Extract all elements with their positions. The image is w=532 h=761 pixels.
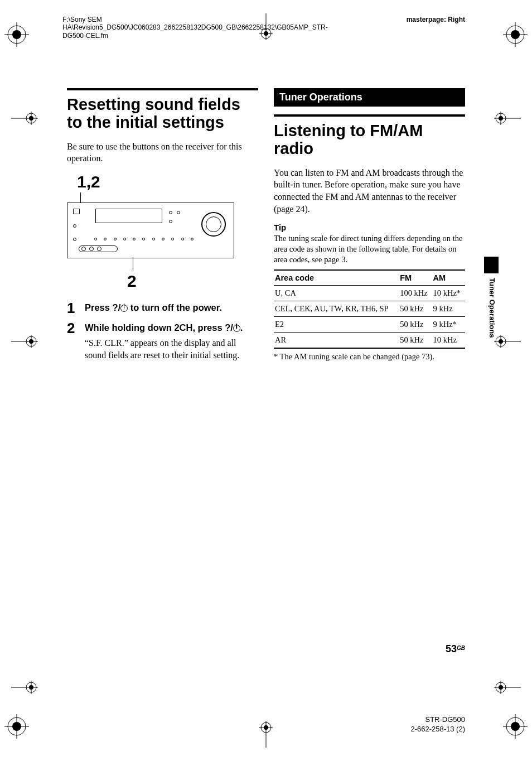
power-icon xyxy=(233,325,240,332)
table-header: Area code xyxy=(274,270,399,286)
tip-heading: Tip xyxy=(274,223,465,232)
svg-point-43 xyxy=(264,725,268,730)
figure-callout-bottom: 2 xyxy=(127,272,258,291)
frequency-table: Area code FM AM U, CA 100 kHz 10 kHz* CE… xyxy=(274,269,465,349)
registermark-icon xyxy=(259,721,273,748)
registermark-icon xyxy=(11,112,38,125)
thumb-tab-label: Tuner Operations xyxy=(488,278,496,338)
table-header-row: Area code FM AM xyxy=(274,270,465,286)
table-row: AR 50 kHz 10 kHz xyxy=(274,332,465,348)
step-title: While holding down 2CH, press ?/. xyxy=(85,322,258,334)
cropmark-icon xyxy=(4,22,29,47)
left-heading: Resetting sound fields to the initial se… xyxy=(67,96,258,132)
small-button-icon xyxy=(169,211,172,214)
io-symbol: ?/ xyxy=(225,322,233,333)
table-cell: 10 kHz xyxy=(432,332,465,348)
tip-text: The tuning scale for direct tuning diffe… xyxy=(274,233,465,265)
page-number-value: 53 xyxy=(446,643,457,654)
right-intro: You can listen to FM and AM broadcasts t… xyxy=(274,167,465,215)
cropmark-icon xyxy=(503,714,528,739)
svg-point-19 xyxy=(29,116,33,121)
registermark-icon xyxy=(494,335,521,348)
table-row: E2 50 kHz 9 kHz* xyxy=(274,316,465,332)
cropmark-icon xyxy=(4,714,29,739)
table-cell: 9 kHz xyxy=(432,301,465,316)
small-button-icon xyxy=(73,238,76,241)
rule-icon xyxy=(274,114,465,117)
left-column: Resetting sound fields to the initial se… xyxy=(67,88,258,367)
page-number: 53GB xyxy=(446,643,465,655)
figure-callout-top: 1,2 xyxy=(77,172,258,191)
left-intro: Be sure to use the buttons on the receiv… xyxy=(67,141,258,165)
receiver-illustration xyxy=(67,203,234,258)
volume-knob-icon xyxy=(201,212,226,237)
right-column: Tuner Operations Listening to FM/AM radi… xyxy=(274,88,465,367)
table-cell: E2 xyxy=(274,316,399,332)
step-title: Press ?/ to turn off the power. xyxy=(85,302,258,314)
section-banner: Tuner Operations xyxy=(274,88,465,107)
leader-line xyxy=(133,258,133,271)
svg-point-23 xyxy=(499,116,503,121)
thumb-tab xyxy=(484,257,499,273)
step-title-text: . xyxy=(240,322,243,333)
step-number: 1 xyxy=(67,301,79,315)
step-title-text: to turn off the power. xyxy=(128,302,222,312)
registermark-icon xyxy=(494,112,521,125)
table-cell: 9 kHz* xyxy=(432,316,465,332)
header-masterpage: masterpage: Right xyxy=(407,16,465,23)
step-body: Press ?/ to turn off the power. xyxy=(85,301,258,315)
small-button-icon xyxy=(73,224,76,228)
table-cell: 100 kHz xyxy=(399,285,432,301)
table-cell: U, CA xyxy=(274,285,399,301)
table-row: CEL, CEK, AU, TW, KR, TH6, SP 50 kHz 9 k… xyxy=(274,301,465,316)
svg-point-35 xyxy=(29,685,33,690)
content-area: Resetting sound fields to the initial se… xyxy=(67,88,465,694)
step-number: 2 xyxy=(67,321,79,362)
small-button-icon xyxy=(177,211,180,214)
step-title-text: Press xyxy=(85,302,113,312)
table-row: U, CA 100 kHz 10 kHz* xyxy=(274,285,465,301)
step-item: 1 Press ?/ to turn off the power. xyxy=(67,301,258,315)
display-panel-icon xyxy=(95,209,162,223)
table-cell: 50 kHz xyxy=(399,332,432,348)
table-header: AM xyxy=(432,270,465,286)
io-symbol: ?/ xyxy=(113,302,121,312)
header-filepath: F:\Sony SEM HA\Revision5_DG500\JC060283_… xyxy=(62,16,286,40)
footer-model: STR-DG500 2-662-258-13 (2) xyxy=(410,715,465,734)
power-button-icon xyxy=(73,209,80,214)
power-icon xyxy=(120,305,128,312)
step-body: While holding down 2CH, press ?/. “S.F. … xyxy=(85,321,258,362)
registermark-icon xyxy=(11,681,38,694)
rule-icon xyxy=(67,88,258,90)
footer-doc-code: 2-662-258-13 (2) xyxy=(410,725,465,734)
leader-line xyxy=(80,192,81,203)
table-cell: CEL, CEK, AU, TW, KR, TH6, SP xyxy=(274,301,399,316)
right-heading: Listening to FM/AM radio xyxy=(274,122,465,158)
registermark-icon xyxy=(11,335,38,348)
step-title-text: While holding down 2CH, press xyxy=(85,322,225,333)
cropmark-icon xyxy=(503,22,528,47)
table-cell: AR xyxy=(274,332,399,348)
registermark-icon xyxy=(494,681,521,694)
svg-point-39 xyxy=(499,685,503,690)
page-number-suffix: GB xyxy=(457,645,465,651)
footer-model-name: STR-DG500 xyxy=(410,715,465,725)
table-cell: 50 kHz xyxy=(399,316,432,332)
svg-point-27 xyxy=(29,339,33,344)
columns: Resetting sound fields to the initial se… xyxy=(67,88,465,367)
table-cell: 50 kHz xyxy=(399,301,432,316)
steps-list: 1 Press ?/ to turn off the power. 2 Whil… xyxy=(67,301,258,362)
step-item: 2 While holding down 2CH, press ?/. “S.F… xyxy=(67,321,258,362)
small-button-icon xyxy=(169,220,172,223)
table-cell: 10 kHz* xyxy=(432,285,465,301)
svg-point-31 xyxy=(499,339,503,344)
button-row-icon xyxy=(94,238,194,242)
page: F:\Sony SEM HA\Revision5_DG500\JC060283_… xyxy=(0,0,532,761)
jack-row-icon xyxy=(79,245,118,252)
table-header: FM xyxy=(399,270,432,286)
step-description: “S.F. CLR.” appears on the display and a… xyxy=(85,337,258,361)
table-footnote: * The AM tuning scale can be changed (pa… xyxy=(274,352,465,362)
